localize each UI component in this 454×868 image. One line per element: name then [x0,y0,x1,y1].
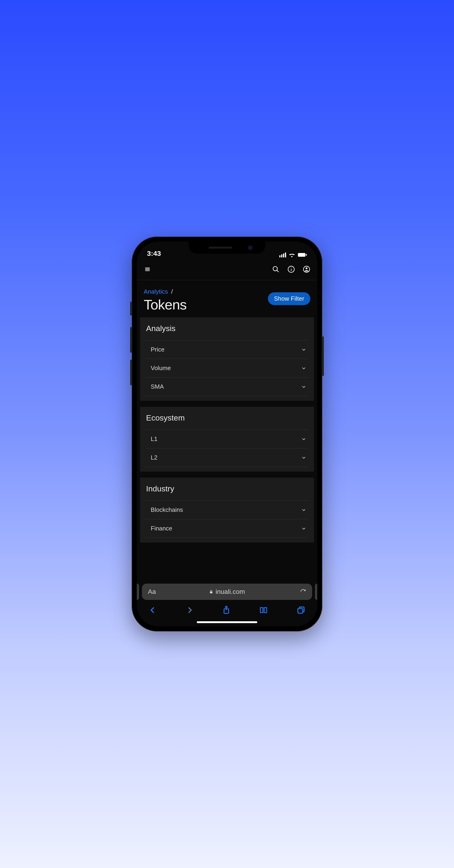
home-indicator[interactable] [197,621,257,623]
lock-icon [209,589,213,594]
menu-icon[interactable] [144,266,151,272]
chevron-down-icon [301,366,307,371]
row-sma[interactable]: SMA [145,377,309,396]
chevron-down-icon [301,347,307,352]
bookmarks-button[interactable] [259,606,268,615]
account-icon[interactable] [303,266,310,273]
row-label: L1 [151,435,158,443]
cellular-icon [279,252,286,257]
breadcrumb-separator: / [171,288,173,295]
page-head: Analytics / Tokens Show Filter [137,280,317,317]
app-header [137,258,317,280]
search-icon[interactable] [272,266,280,273]
row-label: Finance [151,525,172,532]
chevron-down-icon [301,384,307,390]
browser-chrome: Aa inuali.com [137,584,317,626]
breadcrumb-root[interactable]: Analytics [144,288,168,295]
row-finance[interactable]: Finance [145,519,309,538]
breadcrumb: Analytics / [144,288,187,295]
info-icon[interactable] [287,266,295,273]
chevron-down-icon [301,436,307,442]
panel-analysis: Analysis Price Volume SMA [140,317,314,401]
reader-mode-button[interactable]: Aa [148,588,156,595]
power-button [322,336,324,376]
row-label: L2 [151,454,158,461]
url-domain: inuali.com [216,588,245,595]
svg-point-12 [306,268,308,269]
volume-up-button [130,327,132,353]
chevron-down-icon [301,455,307,461]
row-label: Price [151,346,165,353]
volume-down-button [130,360,132,385]
content-area: Analysis Price Volume SMA Ecosystem L1 [137,317,317,584]
panel-title: Analysis [145,324,309,333]
reload-icon[interactable] [300,589,306,595]
panel-industry: Industry Blockchains Finance [140,478,314,542]
page-title: Tokens [144,297,187,313]
silence-switch [130,302,132,315]
row-volume[interactable]: Volume [145,359,309,377]
svg-point-10 [291,268,292,268]
svg-rect-1 [306,254,307,256]
wifi-icon [288,252,295,257]
panel-ecosystem: Ecosystem L1 L2 [140,407,314,472]
row-label: Volume [151,365,171,372]
show-filter-button[interactable]: Show Filter [268,292,310,305]
svg-rect-17 [298,609,303,613]
chevron-down-icon [301,507,307,513]
svg-point-6 [273,267,278,271]
status-time: 3:43 [147,250,161,257]
panel-title: Industry [145,484,309,493]
tabs-button[interactable] [297,606,305,615]
browser-toolbar [140,600,314,620]
back-button[interactable] [149,606,157,615]
row-label: SMA [151,383,164,390]
chevron-down-icon [301,526,307,531]
row-blockchains[interactable]: Blockchains [145,500,309,519]
phone-frame: 3:43 [132,237,322,631]
battery-icon [298,252,307,257]
notch [189,242,265,254]
svg-line-7 [277,270,279,272]
row-price[interactable]: Price [145,340,309,359]
panel-title: Ecosystem [145,413,309,423]
row-l2[interactable]: L2 [145,448,309,467]
share-button[interactable] [222,606,230,616]
url-bar[interactable]: Aa inuali.com [142,584,312,600]
row-label: Blockchains [151,506,183,514]
svg-rect-13 [210,591,212,593]
svg-rect-0 [298,253,305,257]
forward-button[interactable] [186,606,194,615]
row-l1[interactable]: L1 [145,430,309,448]
